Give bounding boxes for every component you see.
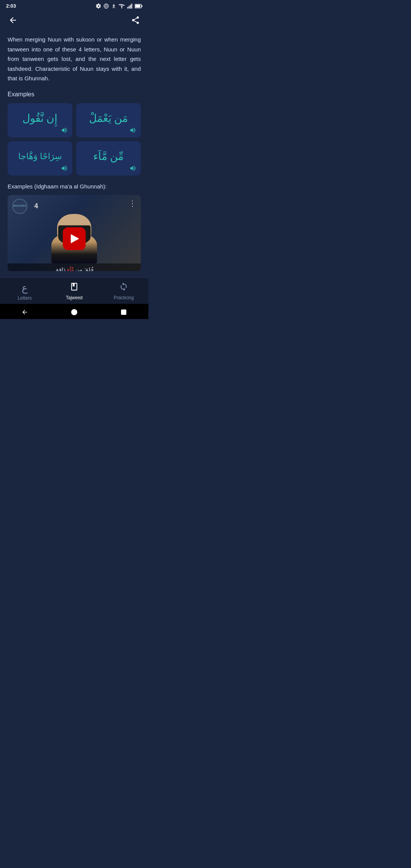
wifi-icon <box>119 4 125 8</box>
arabic-text-1: إِن نَّقُول <box>22 112 57 124</box>
status-icons <box>96 3 142 9</box>
idghaam-title: Examples (Idghaam ma'a al Ghunnah): <box>8 183 141 190</box>
vpn-icon <box>104 3 109 9</box>
back-button[interactable] <box>6 13 20 27</box>
video-container[interactable]: MSUFARA 4 ⋮ <box>8 195 141 271</box>
letters-nav-icon: ع <box>22 282 28 294</box>
android-recents-button[interactable] <box>118 307 129 318</box>
main-content: When merging Nuun with sukoon or when me… <box>0 32 148 277</box>
battery-icon <box>135 4 142 8</box>
tajweed-nav-icon <box>70 282 79 294</box>
share-icon <box>131 16 140 25</box>
download-icon <box>111 3 116 9</box>
arabic-text-2: مَن يَعْمَلْ <box>89 112 128 124</box>
status-time: 2:03 <box>6 3 16 9</box>
share-button[interactable] <box>129 13 142 27</box>
status-bar: 2:03 <box>0 0 148 10</box>
svg-rect-8 <box>142 5 143 7</box>
svg-rect-4 <box>130 5 131 8</box>
svg-point-1 <box>121 7 123 8</box>
practicing-nav-icon <box>119 282 128 294</box>
android-home-button[interactable] <box>69 307 80 318</box>
sound-icon-4[interactable] <box>129 164 137 172</box>
channel-avatar: MSUFARA <box>12 199 27 214</box>
svg-rect-7 <box>135 5 140 8</box>
caption-prefix: خُلِقَ مِن <box>74 267 94 271</box>
svg-rect-5 <box>131 3 132 8</box>
video-face-area <box>8 214 141 263</box>
video-thumbnail: MSUFARA 4 ⋮ <box>8 195 141 271</box>
letters-nav-label: Letters <box>18 295 32 301</box>
nav-item-tajweed[interactable]: Tajweed <box>49 282 99 300</box>
video-header: MSUFARA 4 ⋮ <box>8 195 141 214</box>
nav-item-letters[interactable]: ع Letters <box>0 282 49 301</box>
nav-item-practicing[interactable]: Practicing <box>99 282 148 300</box>
tajweed-nav-label: Tajweed <box>66 295 83 300</box>
bottom-nav: ع Letters Tajweed Practicing <box>0 277 148 304</box>
example-card-4[interactable]: مِّن مَّآء <box>76 141 141 176</box>
sound-icon-2[interactable] <box>129 126 137 134</box>
play-button[interactable] <box>63 227 86 250</box>
arabic-text-4: مِّن مَّآء <box>93 150 124 163</box>
description-text: When merging Nuun with sukoon or when me… <box>8 35 141 83</box>
sound-icon-1[interactable] <box>60 126 68 134</box>
examples-grid: إِن نَّقُول مَن يَعْمَلْ سِرَاجًا وَهَّا… <box>8 103 141 176</box>
sound-icon-3[interactable] <box>60 164 68 172</box>
caption-suffix: دَافِقٍ <box>54 267 67 271</box>
caption-highlight: مَّآءٍ <box>67 267 74 271</box>
practicing-nav-label: Practicing <box>114 295 134 300</box>
examples-title: Examples <box>8 91 141 98</box>
video-caption: خُلِقَ مِن مَّآءٍ دَافِقٍ <box>8 263 141 271</box>
signal-icon <box>127 3 132 9</box>
android-nav-bar <box>0 304 148 319</box>
back-icon <box>8 16 18 25</box>
svg-rect-2 <box>127 7 128 8</box>
example-card-3[interactable]: سِرَاجًا وَهَّاجا <box>8 141 72 176</box>
settings-icon <box>96 3 101 9</box>
play-triangle-icon <box>71 234 79 243</box>
more-options-button[interactable]: ⋮ <box>129 199 136 208</box>
example-card-2[interactable]: مَن يَعْمَلْ <box>76 103 141 137</box>
example-card-1[interactable]: إِن نَّقُول <box>8 103 72 137</box>
app-bar <box>0 10 148 32</box>
android-back-button[interactable] <box>19 307 30 318</box>
video-number: 4 <box>34 202 38 210</box>
svg-rect-3 <box>129 6 129 8</box>
arabic-text-3: سِرَاجًا وَهَّاجا <box>18 152 62 161</box>
